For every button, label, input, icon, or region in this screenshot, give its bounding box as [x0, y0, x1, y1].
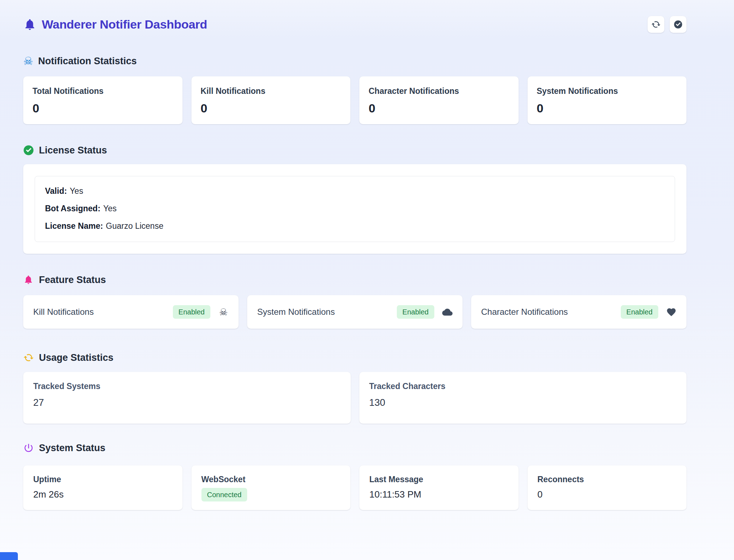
stat-value: 0	[201, 101, 341, 115]
enabled-badge: Enabled	[173, 305, 210, 319]
usage-label: Tracked Systems	[33, 382, 341, 391]
usage-statistics-grid: Tracked Systems 27 Tracked Characters 13…	[23, 372, 686, 424]
connected-badge: Connected	[201, 488, 248, 501]
section-title: Feature Status	[39, 274, 106, 286]
feature-label: Character Notifications	[481, 307, 621, 317]
bottom-left-partial-element[interactable]	[0, 552, 18, 560]
license-field-value: Yes	[70, 186, 83, 196]
section-title: System Status	[39, 443, 105, 454]
license-field-bot-assigned: Bot Assigned:Yes	[45, 203, 665, 214]
dashboard-page: Wanderer Notifier Dashboard	[0, 0, 734, 560]
system-label: Reconnects	[538, 475, 677, 484]
feature-label: Kill Notifications	[33, 307, 173, 317]
system-label: WebSocket	[201, 475, 341, 484]
stat-card-total-notifications: Total Notifications 0	[23, 76, 183, 124]
bell-icon	[23, 18, 36, 31]
stat-value: 0	[537, 101, 678, 115]
page-title: Wanderer Notifier Dashboard	[42, 17, 207, 31]
usage-value: 27	[33, 397, 341, 408]
feature-label: System Notifications	[257, 307, 397, 317]
refresh-amber-icon	[23, 352, 34, 363]
system-value: 0	[538, 489, 677, 500]
skull-crossbones-icon: ☠	[23, 56, 33, 67]
check-circle-icon	[673, 20, 683, 29]
skull-crossbones-icon: ☠	[218, 307, 229, 317]
enabled-badge: Enabled	[397, 305, 434, 319]
usage-card-tracked-characters: Tracked Characters 130	[359, 372, 687, 424]
section-system-status-heading: System Status	[23, 441, 686, 455]
toolbar	[648, 16, 686, 33]
section-title: Usage Statistics	[39, 352, 114, 363]
license-field-value: Guarzo License	[106, 221, 163, 231]
stat-label: Total Notifications	[33, 86, 173, 96]
license-field-value: Yes	[103, 204, 117, 213]
license-card: Valid:Yes Bot Assigned:Yes License Name:…	[23, 164, 686, 254]
confirm-button[interactable]	[670, 16, 686, 33]
refresh-button[interactable]	[648, 16, 664, 33]
stat-card-system-notifications: System Notifications 0	[528, 76, 687, 124]
refresh-icon	[651, 20, 661, 29]
system-card-uptime: Uptime 2m 26s	[23, 465, 183, 510]
feature-status-grid: Kill Notifications Enabled ☠ System Noti…	[23, 295, 686, 329]
usage-card-tracked-systems: Tracked Systems 27	[23, 372, 351, 424]
license-field-valid: Valid:Yes	[45, 186, 665, 196]
section-title: Notification Statistics	[38, 56, 137, 67]
system-card-last-message: Last Message 10:11:53 PM	[359, 465, 519, 510]
bell-pink-icon	[23, 274, 34, 285]
section-notification-statistics-heading: ☠ Notification Statistics	[23, 54, 686, 68]
cloud-icon	[442, 307, 453, 317]
system-card-reconnects: Reconnects 0	[528, 465, 687, 510]
system-value: 2m 26s	[33, 489, 173, 500]
stat-card-character-notifications: Character Notifications 0	[359, 76, 519, 124]
system-label: Uptime	[33, 475, 173, 484]
usage-label: Tracked Characters	[369, 382, 677, 391]
feature-card-system-notifications: System Notifications Enabled	[247, 295, 463, 329]
check-circle-green-icon	[23, 145, 34, 156]
power-icon	[23, 443, 34, 453]
enabled-badge: Enabled	[621, 305, 658, 319]
section-license-status-heading: License Status	[23, 143, 686, 157]
system-value: 10:11:53 PM	[369, 489, 509, 500]
license-field-label: License Name:	[45, 221, 103, 231]
stat-label: Kill Notifications	[201, 86, 341, 96]
system-status-grid: Uptime 2m 26s WebSocket Connected Last M…	[23, 465, 686, 510]
section-feature-status-heading: Feature Status	[23, 273, 686, 287]
license-field-label: Valid:	[45, 186, 67, 196]
stat-label: System Notifications	[537, 86, 678, 96]
feature-card-character-notifications: Character Notifications Enabled	[471, 295, 686, 329]
notification-stats-grid: Total Notifications 0 Kill Notifications…	[23, 76, 686, 124]
license-details-box: Valid:Yes Bot Assigned:Yes License Name:…	[35, 176, 675, 242]
system-card-websocket: WebSocket Connected	[191, 465, 351, 510]
stat-card-kill-notifications: Kill Notifications 0	[191, 76, 351, 124]
feature-card-kill-notifications: Kill Notifications Enabled ☠	[23, 295, 239, 329]
stat-value: 0	[33, 101, 173, 115]
stat-label: Character Notifications	[369, 86, 509, 96]
section-title: License Status	[39, 145, 107, 156]
license-field-label: Bot Assigned:	[45, 204, 100, 213]
license-field-license-name: License Name:Guarzo License	[45, 221, 665, 231]
header: Wanderer Notifier Dashboard	[23, 14, 686, 34]
system-label: Last Message	[369, 475, 509, 484]
stat-value: 0	[369, 101, 509, 115]
heart-icon	[666, 307, 676, 317]
usage-value: 130	[369, 397, 677, 408]
section-usage-statistics-heading: Usage Statistics	[23, 351, 686, 364]
